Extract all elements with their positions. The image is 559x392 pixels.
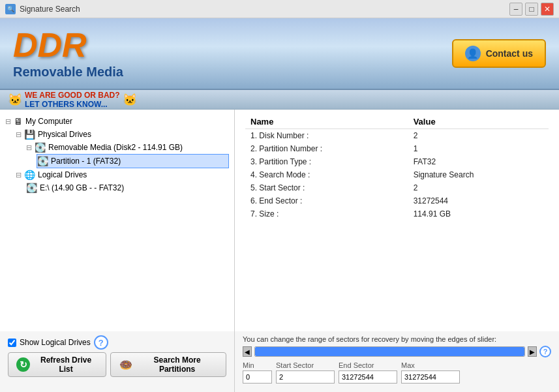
max-input[interactable]	[401, 370, 460, 384]
start-sector-input[interactable]	[276, 370, 335, 384]
sub-header-text: WE ARE GOOD OR BAD? LET OTHERS KNOW...	[25, 91, 120, 109]
prop-name-cell: 7. Size :	[245, 207, 408, 220]
computer-icon: 🖥	[14, 116, 23, 127]
name-header: Name	[245, 115, 408, 129]
tree-partition1[interactable]: 💽 Partition - 1 (FAT32)	[37, 154, 229, 168]
minimize-button[interactable]: –	[509, 3, 522, 16]
properties-table: Name Value 1. Disk Number :22. Partition…	[245, 115, 549, 220]
table-row: 3. Partition Type :FAT32	[245, 155, 549, 168]
logical-icon: 🌐	[24, 170, 35, 180]
range-inputs: Min Start Sector End Sector Max	[243, 361, 551, 384]
partition-icon: 💽	[37, 156, 48, 166]
prop-name-cell: 1. Disk Number :	[245, 129, 408, 143]
min-input[interactable]	[243, 370, 272, 384]
left-panel-tree: ⊟ 🖥 My Computer ⊟ 💾 Physical Drives ⊟ 💽 …	[0, 110, 235, 331]
show-logical-section: Show Logical Drives ?	[8, 335, 226, 350]
max-group: Max	[401, 361, 460, 384]
titlebar: 🔍 Signature Search – □ ✕	[0, 0, 559, 18]
search-label: Search More Partitions	[136, 355, 218, 374]
end-sector-label: End Sector	[339, 361, 397, 369]
prop-value-cell: Signature Search	[408, 168, 549, 181]
tree-children-computer: ⊟ 💾 Physical Drives ⊟ 💽 Removable Media …	[16, 128, 229, 194]
physical-drives-label: Physical Drives	[38, 130, 91, 139]
tree-my-computer[interactable]: ⊟ 🖥 My Computer	[5, 115, 229, 128]
search-partitions-button[interactable]: 🍩 Search More Partitions	[110, 352, 226, 377]
cat-icon-right: 🐱	[123, 93, 137, 107]
header-branding: DDR Removable Media	[13, 28, 123, 80]
help-button-logical[interactable]: ?	[94, 335, 108, 350]
prop-value-cell: FAT32	[408, 155, 549, 168]
min-label: Min	[243, 361, 272, 369]
prop-name-cell: 4. Search Mode :	[245, 168, 408, 181]
prop-value-cell: 1	[408, 142, 549, 155]
search-icon: 🍩	[119, 357, 132, 372]
tree-physical-drives[interactable]: ⊟ 💾 Physical Drives	[16, 128, 229, 141]
table-row: 1. Disk Number :2	[245, 129, 549, 143]
titlebar-left: 🔍 Signature Search	[5, 4, 80, 14]
removable-media-label: Removable Media (Disk2 - 114.91 GB)	[48, 143, 183, 152]
partition1-label: Partition - 1 (FAT32)	[51, 157, 121, 166]
slider-label: You can change the range of sectors for …	[243, 335, 551, 343]
cat-icon-left: 🐱	[8, 93, 22, 107]
tree-removable-media[interactable]: ⊟ 💽 Removable Media (Disk2 - 114.91 GB)	[26, 141, 229, 154]
end-sector-input[interactable]	[339, 370, 397, 384]
bottom-left: Show Logical Drives ? ↻ Refresh Drive Li…	[0, 331, 235, 392]
action-buttons: ↻ Refresh Drive List 🍩 Search More Parti…	[8, 352, 226, 377]
tree-children-logical: 💽 E:\ (14.90 GB - - FAT32)	[26, 181, 229, 194]
app-icon: 🔍	[5, 4, 16, 14]
tree-line-physical: ⊟	[16, 130, 22, 139]
tree-children-removable: 💽 Partition - 1 (FAT32)	[37, 154, 229, 168]
usb-icon: 💽	[35, 142, 46, 153]
table-row: 6. End Sector :31272544	[245, 194, 549, 207]
we-are-text: WE ARE GOOD OR BAD?	[25, 91, 120, 100]
tree-line-icon: ⊟	[5, 117, 11, 126]
contact-label: Contact us	[486, 48, 533, 59]
tree-drive-e[interactable]: 💽 E:\ (14.90 GB - - FAT32)	[26, 181, 229, 194]
start-sector-group: Start Sector	[276, 361, 335, 384]
end-sector-group: End Sector	[339, 361, 397, 384]
table-row: 5. Start Sector :2	[245, 181, 549, 194]
help-button-slider[interactable]: ?	[539, 346, 551, 357]
contact-button[interactable]: 👤 Contact us	[452, 39, 546, 68]
refresh-icon: ↻	[16, 357, 30, 372]
ddr-logo: DDR	[13, 28, 87, 62]
show-logical-checkbox[interactable]	[8, 339, 16, 347]
my-computer-label: My Computer	[25, 117, 72, 126]
let-others-text: LET OTHERS KNOW...	[25, 100, 120, 109]
tree-children-physical: ⊟ 💽 Removable Media (Disk2 - 114.91 GB) …	[26, 141, 229, 168]
tree-line-logical: ⊟	[16, 171, 22, 179]
logical-drives-label: Logical Drives	[38, 170, 87, 179]
table-row: 4. Search Mode :Signature Search	[245, 168, 549, 181]
prop-value-cell: 2	[408, 129, 549, 143]
prop-name-cell: 3. Partition Type :	[245, 155, 408, 168]
product-subtitle: Removable Media	[13, 65, 123, 80]
tree-logical-drives[interactable]: ⊟ 🌐 Logical Drives	[16, 168, 229, 181]
right-panel-properties: Name Value 1. Disk Number :22. Partition…	[235, 110, 559, 331]
prop-name-cell: 5. Start Sector :	[245, 181, 408, 194]
bottom-right: You can change the range of sectors for …	[235, 331, 559, 392]
prop-name-cell: 2. Partition Number :	[245, 142, 408, 155]
main-content: ⊟ 🖥 My Computer ⊟ 💾 Physical Drives ⊟ 💽 …	[0, 110, 559, 331]
slider-right-arrow[interactable]: ▶	[528, 346, 537, 357]
header-banner: DDR Removable Media 👤 Contact us	[0, 18, 559, 90]
show-logical-label: Show Logical Drives	[20, 338, 91, 347]
slider-container[interactable]: ◀ ▶ ?	[243, 346, 551, 357]
contact-icon: 👤	[465, 46, 481, 61]
refresh-label: Refresh Drive List	[34, 355, 98, 374]
refresh-button[interactable]: ↻ Refresh Drive List	[8, 352, 106, 377]
drive-e-label: E:\ (14.90 GB - - FAT32)	[40, 183, 124, 192]
table-row: 2. Partition Number :1	[245, 142, 549, 155]
maximize-button[interactable]: □	[525, 3, 538, 16]
start-sector-label: Start Sector	[276, 361, 335, 369]
bottom-container: Show Logical Drives ? ↻ Refresh Drive Li…	[0, 331, 559, 392]
close-button[interactable]: ✕	[541, 3, 554, 16]
value-header: Value	[408, 115, 549, 129]
hdd-icon: 💾	[24, 129, 35, 140]
max-label: Max	[401, 361, 460, 369]
we-are-good-section: 🐱 WE ARE GOOD OR BAD? LET OTHERS KNOW...…	[8, 91, 137, 109]
min-group: Min	[243, 361, 272, 384]
slider-left-arrow[interactable]: ◀	[243, 346, 252, 357]
titlebar-controls: – □ ✕	[509, 3, 554, 16]
titlebar-title: Signature Search	[20, 5, 80, 14]
slider-track[interactable]	[254, 346, 525, 357]
